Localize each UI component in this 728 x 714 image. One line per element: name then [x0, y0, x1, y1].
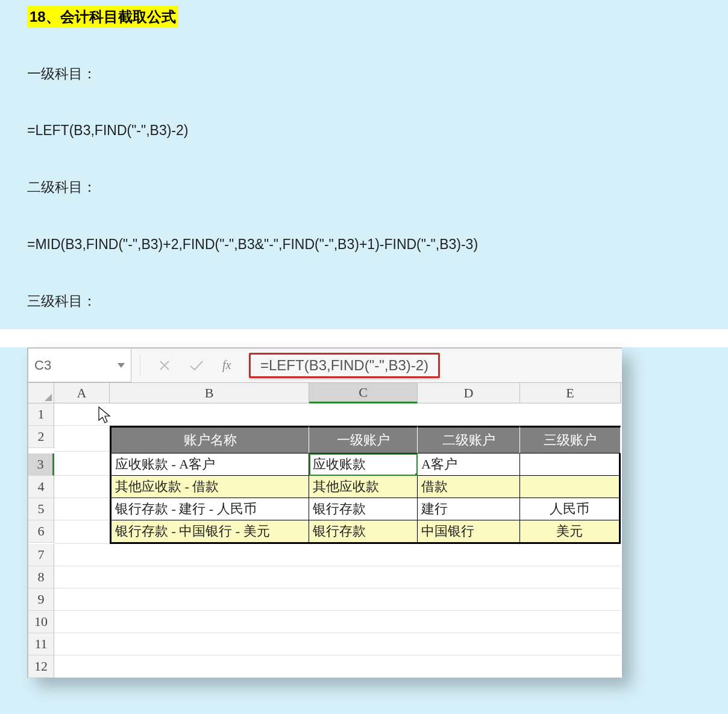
cell[interactable]: [54, 476, 110, 498]
cell[interactable]: [54, 403, 110, 426]
table-cell[interactable]: [520, 476, 621, 498]
row-header[interactable]: 6: [28, 520, 54, 543]
excel-window: C3 fx =LEFT(B3,FIND("-",B3)-: [27, 347, 622, 678]
cell[interactable]: [520, 403, 621, 426]
grid-body[interactable]: 12账户名称一级账户二级账户三级账户3应收账款 - A客户应收账款A客户4其他应…: [28, 403, 622, 678]
row-header[interactable]: 7: [28, 544, 54, 566]
cell[interactable]: [520, 544, 621, 566]
cell[interactable]: [309, 611, 418, 633]
cell[interactable]: [309, 544, 418, 566]
col-header-D[interactable]: D: [418, 383, 520, 403]
row-header[interactable]: 2: [28, 426, 54, 448]
cell[interactable]: [520, 656, 621, 678]
col-header-E[interactable]: E: [520, 383, 621, 403]
cell[interactable]: [418, 656, 520, 678]
table-cell[interactable]: 中国银行: [418, 520, 520, 544]
section-title: 18、会计科目截取公式: [27, 6, 178, 28]
row-header[interactable]: 12: [28, 656, 54, 678]
cell[interactable]: [418, 544, 520, 566]
cell[interactable]: [309, 589, 418, 611]
cell[interactable]: [418, 566, 520, 589]
cell[interactable]: [110, 611, 309, 633]
table-cell[interactable]: 银行存款: [309, 498, 418, 520]
table-cell[interactable]: 美元: [520, 520, 621, 544]
cell[interactable]: [309, 403, 418, 426]
table-cell[interactable]: 借款: [418, 476, 520, 498]
formula-bar-input[interactable]: =LEFT(B3,FIND("-",B3)-2): [249, 353, 440, 378]
table-cell[interactable]: 建行: [418, 498, 520, 520]
cell[interactable]: [418, 633, 520, 656]
table-cell[interactable]: 应收账款 - A客户: [110, 453, 309, 476]
column-headers: A B C D E: [28, 383, 622, 403]
table-cell[interactable]: A客户: [418, 453, 520, 476]
table-cell[interactable]: 银行存款: [309, 520, 418, 544]
cell[interactable]: [54, 611, 110, 633]
name-box[interactable]: C3: [28, 349, 131, 382]
cell[interactable]: [54, 589, 110, 611]
cell[interactable]: [418, 403, 520, 426]
table-header[interactable]: 二级账户: [418, 426, 520, 453]
fx-icon[interactable]: fx: [222, 358, 238, 373]
row-header[interactable]: 5: [28, 498, 54, 520]
cell[interactable]: [520, 589, 621, 611]
cancel-icon[interactable]: [158, 359, 171, 371]
col-header-B[interactable]: B: [110, 383, 309, 403]
chevron-down-icon: [118, 363, 125, 368]
svg-text:fx: fx: [222, 358, 231, 372]
cell[interactable]: [309, 656, 418, 678]
table-cell[interactable]: 其他应收款: [309, 476, 418, 498]
document-body: 18、会计科目截取公式 一级科目： =LEFT(B3,FIND("-",B3)-…: [27, 6, 636, 367]
table-header[interactable]: 一级账户: [309, 426, 418, 453]
table-cell[interactable]: [520, 453, 621, 476]
level3-label: 三级科目：: [27, 291, 636, 311]
cell[interactable]: [110, 656, 309, 678]
cell[interactable]: [110, 403, 309, 426]
row-header[interactable]: 3: [28, 453, 54, 476]
name-box-value: C3: [34, 358, 51, 373]
table-cell[interactable]: 应收账款: [309, 453, 418, 476]
cell[interactable]: [309, 633, 418, 656]
row-header[interactable]: 10: [28, 611, 54, 633]
row-header[interactable]: 9: [28, 589, 54, 611]
select-all-corner[interactable]: [28, 383, 54, 403]
table-header[interactable]: 三级账户: [520, 426, 621, 453]
cell[interactable]: [54, 453, 110, 476]
cell[interactable]: [309, 566, 418, 589]
level1-label: 一级科目：: [27, 64, 636, 83]
enter-icon[interactable]: [189, 359, 204, 371]
cell[interactable]: [54, 426, 110, 452]
cell[interactable]: [520, 566, 621, 589]
cell[interactable]: [54, 544, 110, 566]
row-header[interactable]: 11: [28, 633, 54, 656]
cell[interactable]: [110, 544, 309, 566]
cell[interactable]: [110, 633, 309, 656]
table-cell[interactable]: 银行存款 - 建行 - 人民币: [110, 498, 309, 520]
table-cell[interactable]: 人民币: [520, 498, 621, 520]
cell[interactable]: [54, 633, 110, 656]
cell[interactable]: [110, 566, 309, 589]
table-cell[interactable]: 其他应收款 - 借款: [110, 476, 309, 498]
table-header[interactable]: 账户名称: [110, 426, 309, 453]
level2-formula: =MID(B3,FIND("-",B3)+2,FIND("-",B3&"-",F…: [27, 235, 636, 254]
cell[interactable]: [418, 589, 520, 611]
cell[interactable]: [418, 611, 520, 633]
cell[interactable]: [110, 589, 309, 611]
formula-bar: C3 fx =LEFT(B3,FIND("-",B3)-: [28, 349, 622, 383]
row-header[interactable]: 1: [28, 403, 54, 426]
level2-label: 二级科目：: [27, 177, 636, 197]
cell[interactable]: [54, 520, 110, 544]
col-header-A[interactable]: A: [54, 383, 110, 403]
row-header[interactable]: 8: [28, 566, 54, 589]
cell[interactable]: [54, 566, 110, 589]
cell[interactable]: [54, 656, 110, 678]
cell[interactable]: [520, 633, 621, 656]
row-header[interactable]: 4: [28, 476, 54, 498]
table-cell[interactable]: 银行存款 - 中国银行 - 美元: [110, 520, 309, 544]
col-header-C[interactable]: C: [309, 383, 418, 403]
level1-formula: =LEFT(B3,FIND("-",B3)-2): [27, 121, 636, 140]
cell[interactable]: [54, 498, 110, 520]
cell[interactable]: [520, 611, 621, 633]
